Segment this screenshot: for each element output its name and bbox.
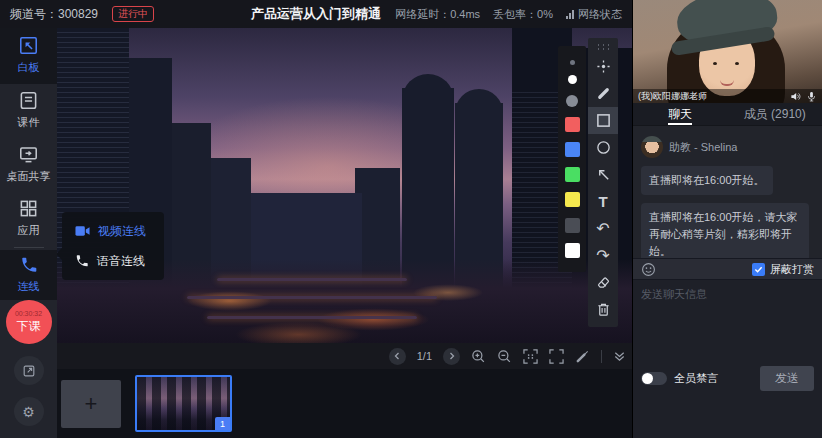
color-swatch-red[interactable] [565,117,580,132]
signal-bars-icon [566,10,574,19]
zoom-out-button[interactable] [497,349,512,364]
page-indicator: 1/1 [417,350,432,362]
class-timer: 00:30:32 [15,310,42,317]
actual-size-button[interactable] [523,349,538,364]
video-camera-icon [75,225,90,237]
color-swatch-blue[interactable] [565,142,580,157]
gear-icon: ⚙ [22,404,35,420]
end-class-button[interactable]: 00:30:32 下课 [6,300,52,344]
zoom-in-button[interactable] [471,349,486,364]
stage-column: T ↶ ↷ [57,28,632,438]
sidebar-divider [14,247,44,248]
mute-all-toggle[interactable] [641,372,667,385]
portrait-eye [713,62,717,65]
redo-button[interactable]: ↷ [588,242,618,269]
clear-board-button[interactable] [588,296,618,323]
send-button[interactable]: 发送 [760,366,814,391]
collapse-toolbar-button[interactable] [613,350,626,363]
thumbnail-page-badge: 1 [215,417,230,430]
arrow-tool[interactable] [588,161,618,188]
palette-drag-handle[interactable] [596,43,610,50]
toggle-drawing-button[interactable] [575,349,590,364]
fullscreen-icon [549,349,564,364]
channel-number: 频道号：300829 [10,6,98,23]
share-window-button[interactable] [14,356,44,385]
text-tool[interactable]: T [588,188,618,215]
one-to-one-icon [523,349,538,364]
eraser-tool[interactable] [588,269,618,296]
page-thumbnail-selected[interactable]: 1 [135,375,232,432]
board-toolbar: 1/1 [57,343,632,369]
packet-loss: 丢包率：0% [493,7,553,22]
undo-button[interactable]: ↶ [588,215,618,242]
bridge-shape [217,278,407,281]
composer-actions: 全员禁言 发送 [633,322,822,438]
app-window: 频道号：300829 进行中 产品运营从入门到精通 网络延时：0.4ms 丢包率… [0,0,822,438]
whiteboard-icon [19,36,38,55]
right-panel: (我)欧阳娜娜老师 聊天 成员 (2910) 助教 - Shelina 直播即将… [632,0,822,438]
color-swatch-yellow[interactable] [565,192,580,207]
main-column: 频道号：300829 进行中 产品运营从入门到精通 网络延时：0.4ms 丢包率… [0,0,632,438]
sidebar-item-call[interactable]: 连线 [0,250,57,300]
checkbox-checked-icon [752,263,765,276]
chat-message: 直播即将在16:00开始，请大家再耐心稍等片刻，精彩即将开始。 [641,203,809,258]
redo-icon: ↷ [596,246,609,265]
tab-chat[interactable]: 聊天 [633,103,728,125]
video-name-bar: (我)欧阳娜娜老师 [633,89,822,103]
whiteboard-area[interactable]: T ↶ ↷ [57,28,632,343]
pen-tool[interactable] [588,80,618,107]
prev-page-button[interactable] [389,348,406,365]
chat-sender-name: 助教 - Shelina [669,140,737,155]
fullscreen-button[interactable] [549,349,564,364]
settings-button[interactable]: ⚙ [14,397,44,426]
sidebar-item-courseware[interactable]: 课件 [0,84,57,138]
mute-all-label: 全员禁言 [674,371,718,386]
pen-icon [596,86,611,101]
color-swatch-gray[interactable] [565,218,580,233]
teacher-video[interactable]: (我)欧阳娜娜老师 [633,0,822,103]
block-reward-checkbox[interactable]: 屏蔽打赏 [752,262,814,277]
network-latency: 网络延时：0.4ms [395,7,480,22]
rectangle-tool[interactable] [588,107,618,134]
chat-input[interactable] [633,280,822,322]
sidebar-item-screen-share[interactable]: 桌面共享 [0,138,57,192]
avatar [641,136,663,158]
sidebar-item-apps[interactable]: 应用 [0,191,57,245]
tab-members[interactable]: 成员 (2910) [728,103,822,125]
stroke-size-large[interactable] [566,95,578,107]
emoji-button[interactable] [641,262,656,277]
circle-tool[interactable] [588,134,618,161]
laser-pointer-tool[interactable] [588,53,618,80]
call-menu-popup: 视频连线 语音连线 [62,212,164,280]
add-page-button[interactable]: + [61,380,121,428]
tab-chat-label: 聊天 [668,106,692,123]
voice-call-option[interactable]: 语音连线 [62,246,164,276]
laser-pointer-icon [596,59,611,74]
color-swatch-white[interactable] [565,243,580,258]
color-swatch-green[interactable] [565,167,580,182]
speaker-icon[interactable] [790,91,801,102]
phone-icon [20,256,38,274]
double-chevron-down-icon [613,350,626,363]
next-page-button[interactable] [443,348,460,365]
circle-icon [596,140,611,155]
voice-call-label: 语音连线 [97,253,145,270]
body-row: 白板 课件 桌面共享 应用 连线 [0,28,632,438]
sidebar-label: 连线 [18,279,40,294]
tab-members-label: 成员 (2910) [744,106,806,123]
text-tool-icon: T [598,193,607,210]
block-reward-label: 屏蔽打赏 [770,262,814,277]
microphone-icon[interactable] [806,91,817,102]
stroke-size-small[interactable] [570,60,575,65]
chat-message-list[interactable]: 助教 - Shelina 直播即将在16:00开始。 直播即将在16:00开始，… [633,126,822,258]
drawing-tool-palette: T ↶ ↷ [588,38,618,327]
panel-tabs: 聊天 成员 (2910) [633,103,822,126]
teacher-name: (我)欧阳娜娜老师 [638,90,707,103]
toggle-knob [642,373,653,384]
stroke-size-medium[interactable] [568,75,577,84]
network-status[interactable]: 网络状态 [566,7,622,22]
voice-phone-icon [75,254,89,268]
chevron-left-icon [393,352,401,360]
video-call-option[interactable]: 视频连线 [62,216,164,246]
sidebar-item-whiteboard[interactable]: 白板 [0,28,57,84]
